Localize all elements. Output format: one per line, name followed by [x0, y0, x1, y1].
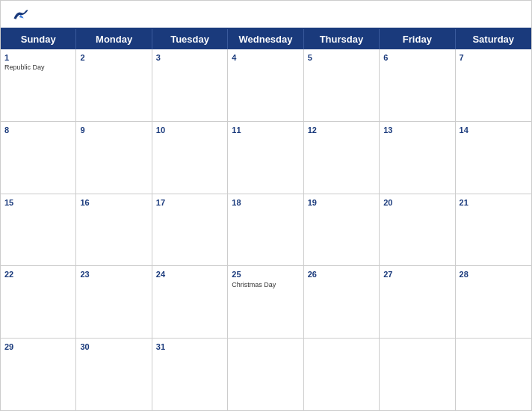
day-cell: 29 [1, 339, 76, 410]
day-cell: 30 [76, 339, 152, 410]
day-number: 29 [4, 342, 72, 352]
day-cell: 11 [228, 122, 303, 194]
day-number: 7 [460, 52, 528, 63]
day-number: 1 [4, 52, 72, 63]
day-number: 17 [156, 197, 223, 208]
week-row-4: 22232425Christmas Day262728 [1, 266, 531, 339]
day-header-thursday: Thursday [304, 29, 380, 49]
holiday-name: Republic Day [4, 64, 72, 72]
week-row-1: 1Republic Day234567 [1, 49, 531, 122]
day-number: 14 [460, 125, 528, 135]
day-number: 22 [4, 269, 72, 279]
day-cell: 26 [304, 266, 380, 338]
day-number: 21 [460, 197, 528, 208]
week-row-2: 891011121314 [1, 122, 531, 194]
day-number: 23 [80, 269, 147, 279]
day-number: 30 [80, 342, 147, 352]
day-number: 28 [460, 269, 528, 279]
day-cell: 25Christmas Day [228, 266, 303, 338]
day-number: 11 [232, 125, 299, 135]
day-cell: 21 [456, 194, 531, 266]
week-row-3: 15161718192021 [1, 194, 531, 267]
day-cell [456, 339, 531, 410]
day-number: 8 [4, 125, 72, 135]
day-number: 16 [80, 197, 147, 208]
week-row-5: 293031 [1, 339, 531, 410]
day-cell [228, 339, 303, 410]
day-cell [304, 339, 380, 410]
calendar-header [1, 1, 531, 28]
day-number: 4 [232, 52, 299, 63]
weeks-container: 1Republic Day234567891011121314151617181… [1, 49, 531, 410]
day-cell: 28 [456, 266, 531, 338]
day-cell: 17 [152, 194, 228, 266]
day-number: 24 [156, 269, 223, 279]
day-cell: 16 [76, 194, 152, 266]
day-cell: 18 [228, 194, 303, 266]
day-number: 27 [383, 269, 451, 279]
day-header-tuesday: Tuesday [152, 29, 228, 49]
day-number: 25 [232, 269, 299, 279]
day-cell: 22 [1, 266, 76, 338]
day-number: 18 [232, 197, 299, 208]
day-number: 26 [308, 269, 375, 279]
day-number: 20 [383, 197, 451, 208]
day-cell: 15 [1, 194, 76, 266]
day-cell: 23 [76, 266, 152, 338]
logo-area [13, 8, 31, 22]
day-number: 5 [308, 52, 375, 63]
day-cell: 10 [152, 122, 228, 194]
day-cell: 20 [380, 194, 455, 266]
day-cell: 24 [152, 266, 228, 338]
day-number: 6 [383, 52, 451, 63]
day-header-saturday: Saturday [456, 29, 531, 49]
day-number: 9 [80, 125, 147, 135]
day-headers-row: SundayMondayTuesdayWednesdayThursdayFrid… [1, 29, 531, 49]
logo-icon [13, 8, 31, 22]
day-number: 31 [156, 342, 223, 352]
day-header-wednesday: Wednesday [228, 29, 303, 49]
day-cell: 1Republic Day [1, 49, 76, 121]
day-cell: 19 [304, 194, 380, 266]
day-cell: 3 [152, 49, 228, 121]
day-cell: 7 [456, 49, 531, 121]
day-number: 2 [80, 52, 147, 63]
day-number: 12 [308, 125, 375, 135]
calendar-wrapper: SundayMondayTuesdayWednesdayThursdayFrid… [0, 0, 532, 411]
day-number: 10 [156, 125, 223, 135]
day-cell: 2 [76, 49, 152, 121]
day-cell: 31 [152, 339, 228, 410]
day-number: 3 [156, 52, 223, 63]
day-number: 15 [4, 197, 72, 208]
day-header-friday: Friday [380, 29, 455, 49]
day-cell: 27 [380, 266, 455, 338]
day-header-sunday: Sunday [1, 29, 76, 49]
day-cell: 6 [380, 49, 455, 121]
calendar-table: SundayMondayTuesdayWednesdayThursdayFrid… [1, 28, 531, 410]
day-cell: 14 [456, 122, 531, 194]
day-header-monday: Monday [76, 29, 152, 49]
day-cell: 5 [304, 49, 380, 121]
day-cell [380, 339, 455, 410]
day-number: 19 [308, 197, 375, 208]
day-number: 13 [383, 125, 451, 135]
logo-bird-icon [13, 8, 29, 22]
day-cell: 12 [304, 122, 380, 194]
day-cell: 9 [76, 122, 152, 194]
day-cell: 8 [1, 122, 76, 194]
day-cell: 13 [380, 122, 455, 194]
holiday-name: Christmas Day [232, 281, 299, 289]
day-cell: 4 [228, 49, 303, 121]
